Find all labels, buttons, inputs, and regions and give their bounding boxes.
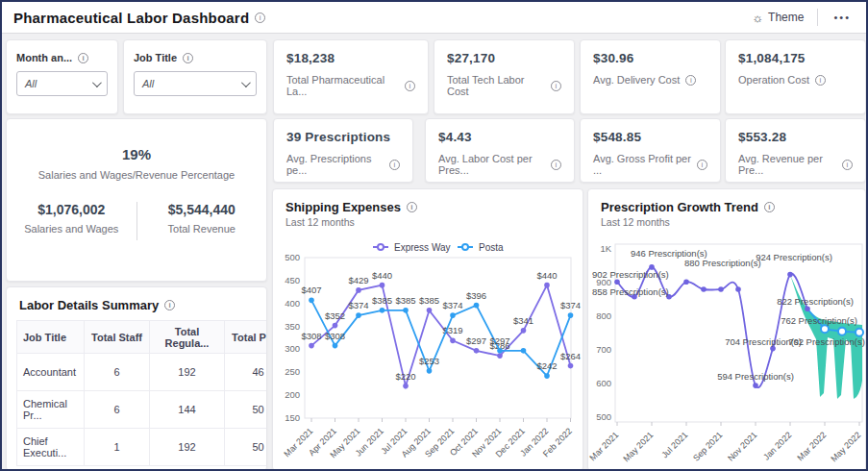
kpi-label: Operation Cost (738, 74, 809, 86)
svg-text:500: 500 (285, 252, 300, 262)
salaries-revenue-card: 19% Salaries and Wages/Revenue Percentag… (6, 118, 267, 282)
info-icon[interactable]: i (551, 81, 561, 91)
page-title: Pharmaceutical Labor Dashboard (13, 10, 249, 26)
prescription-trend-card: Prescription Growth Trendi Last 12 month… (587, 188, 866, 471)
info-icon[interactable]: i (183, 53, 193, 63)
svg-text:$297: $297 (489, 335, 509, 346)
svg-text:250: 250 (285, 366, 300, 377)
dashboard-page: Pharmaceutical Labor Dashboard i ☼ Theme… (0, 0, 868, 471)
kpi-label: Total Pharmaceutical La... (286, 74, 399, 97)
theme-label: Theme (768, 11, 804, 24)
table-cell: 46 (225, 354, 268, 391)
info-icon[interactable]: i (842, 160, 853, 170)
salary-percentage-label: Salaries and Wages/Revenue Percentage (7, 169, 266, 181)
jobtitle-filter-value: All (142, 78, 154, 89)
kpi-value: $27,170 (447, 51, 561, 65)
table-row: Chief Executi...119250 (17, 429, 268, 466)
info-icon[interactable]: i (764, 202, 775, 212)
kpi-total-tech-labor: $27,170 Total Tech Labor Costi (434, 39, 575, 114)
kpi-label: Avg. Labor Cost per Pres... (438, 153, 545, 176)
svg-text:$341: $341 (513, 315, 533, 326)
theme-button[interactable]: ☼ Theme (738, 11, 817, 25)
month-filter-value: All (25, 78, 37, 89)
info-icon[interactable]: i (697, 160, 707, 170)
salary-percentage: 19% (7, 146, 266, 162)
info-icon[interactable]: i (164, 300, 175, 310)
table-row: Chemical Pr...614450 (17, 391, 268, 429)
kpi-value: $30.96 (593, 51, 707, 65)
filter-jobtitle-label: Job Titlei (134, 52, 266, 63)
svg-text:400: 400 (285, 298, 300, 309)
svg-text:$308: $308 (301, 331, 321, 341)
table-cell: Chief Executi... (17, 429, 85, 466)
info-icon[interactable]: i (389, 160, 400, 170)
shipping-expenses-chart[interactable]: 500450400350300250200150Mar 2021Apr 2021… (273, 230, 583, 466)
app-header: Pharmaceutical Labor Dashboard i ☼ Theme… (2, 2, 866, 34)
table-cell: Chemical Pr... (17, 391, 85, 429)
table-cell: 50 (225, 391, 268, 429)
info-icon[interactable]: i (78, 53, 88, 63)
theme-sun-icon: ☼ (752, 11, 763, 25)
shipping-expenses-subtitle: Last 12 months (285, 216, 583, 228)
svg-text:$429: $429 (348, 275, 368, 285)
svg-text:600: 600 (596, 378, 611, 388)
shipping-expenses-card: Shipping Expensesi Last 12 months 500450… (272, 188, 583, 471)
filter-month-card: Month an...i All (6, 39, 118, 114)
svg-text:594 Prescription(s): 594 Prescription(s) (717, 371, 794, 382)
info-icon[interactable]: i (407, 202, 417, 212)
svg-text:$253: $253 (419, 356, 439, 366)
info-icon[interactable]: i (405, 81, 415, 91)
svg-text:762 Prescription(s): 762 Prescription(s) (781, 315, 857, 326)
salaries-and-wages-label: Salaries and Wages (7, 223, 136, 240)
svg-text:Nov 2021: Nov 2021 (726, 430, 758, 462)
svg-text:702 Prescription(s): 702 Prescription(s) (788, 336, 865, 347)
svg-text:$220: $220 (395, 371, 415, 382)
table-cell: 192 (150, 354, 225, 391)
svg-text:$297: $297 (466, 335, 486, 346)
svg-text:822 Prescription(s): 822 Prescription(s) (777, 296, 854, 307)
table-cell: 192 (150, 429, 225, 466)
info-icon[interactable]: i (815, 75, 826, 86)
more-options-icon[interactable]: ••• (818, 12, 866, 23)
chevron-down-icon (241, 78, 251, 87)
svg-text:Jul 2021: Jul 2021 (659, 430, 689, 459)
table-header-0[interactable]: Job Title (17, 321, 85, 354)
svg-text:$374: $374 (348, 300, 368, 310)
svg-text:200: 200 (285, 389, 300, 400)
kpi-value: $4.43 (438, 130, 561, 144)
kpi-total-pharma-labor: $18,238 Total Pharmaceutical La...i (273, 39, 429, 114)
info-icon[interactable]: i (685, 75, 696, 86)
svg-text:$385: $385 (419, 295, 439, 306)
prescription-trend-subtitle: Last 12 months (601, 216, 865, 228)
kpi-value: $1,084,175 (738, 51, 853, 65)
prescription-trend-chart[interactable]: 1K900800700600500Mar 2021May 2021Jul 202… (588, 232, 865, 471)
kpi-avg-delivery-cost: $30.96 Avg. Delivery Costi (580, 39, 721, 114)
kpi-avg-prescriptions: 39 Prescriptions Avg. Prescriptions pe..… (273, 118, 413, 183)
kpi-label: Avg. Gross Profit per ... (593, 153, 691, 176)
table-row: Accountant619246 (17, 354, 268, 391)
svg-text:902 Prescription(s): 902 Prescription(s) (592, 269, 669, 280)
info-icon[interactable]: i (551, 160, 561, 170)
svg-text:$308: $308 (325, 331, 345, 341)
labor-details-title: Labor Details Summaryi (19, 298, 266, 312)
info-icon[interactable]: i (255, 12, 265, 23)
jobtitle-filter-dropdown[interactable]: All (134, 71, 257, 96)
filter-month-label: Month an...i (16, 52, 117, 63)
table-header-3[interactable]: Total Par... (225, 321, 268, 354)
svg-text:$352: $352 (325, 310, 345, 321)
svg-text:$440: $440 (536, 270, 557, 281)
table-cell: Accountant (17, 354, 85, 391)
prescription-trend-title: Prescription Growth Trendi (601, 200, 865, 214)
month-filter-dropdown[interactable]: All (16, 71, 108, 96)
kpi-avg-revenue: $553.28 Avg. Revenue per Pre...i (725, 118, 866, 183)
svg-text:450: 450 (285, 275, 300, 285)
svg-text:924 Prescription(s): 924 Prescription(s) (756, 252, 832, 262)
svg-text:500: 500 (596, 411, 611, 422)
salaries-and-wages-value: $1,076,002 (7, 202, 136, 217)
svg-text:350: 350 (285, 321, 300, 332)
table-header-2[interactable]: Total Regula... (150, 321, 225, 354)
table-header-1[interactable]: Total Staff (85, 321, 150, 354)
svg-text:Jan 2022: Jan 2022 (761, 430, 793, 461)
svg-text:$374: $374 (442, 300, 462, 310)
svg-text:858 Prescription(s): 858 Prescription(s) (592, 286, 669, 297)
